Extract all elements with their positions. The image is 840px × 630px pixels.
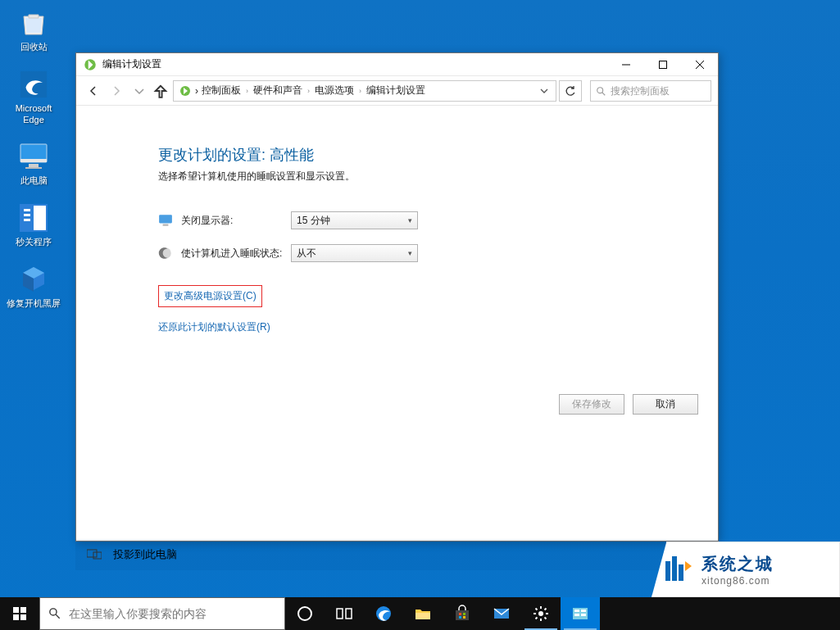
display-off-combo[interactable]: 15 分钟 ▾ [291, 211, 418, 229]
display-off-row: 关闭显示器: 15 分钟 ▾ [158, 211, 718, 229]
svg-rect-41 [581, 610, 586, 612]
power-options-icon [83, 57, 98, 72]
moon-icon [158, 246, 173, 261]
svg-rect-7 [24, 209, 30, 211]
control-panel-taskbar-icon[interactable] [561, 597, 600, 630]
taskbar-items [285, 597, 600, 630]
setting-label: 关闭显示器: [181, 214, 291, 228]
refresh-button[interactable] [559, 80, 582, 102]
window-controls [607, 53, 718, 76]
chevron-right-icon: › [356, 87, 365, 95]
close-button[interactable] [681, 53, 718, 76]
svg-rect-17 [87, 550, 97, 557]
settings-projection-row[interactable]: 投影到此电脑 [75, 539, 719, 570]
cortana-button[interactable] [285, 597, 325, 630]
chevron-down-icon[interactable] [538, 87, 551, 95]
this-pc-icon[interactable]: 此电脑 [5, 140, 62, 187]
combo-value: 15 分钟 [297, 214, 408, 228]
store-taskbar-icon[interactable] [443, 597, 482, 630]
svg-rect-34 [463, 613, 465, 615]
breadcrumb: 控制面板› 硬件和声音› 电源选项› 编辑计划设置 [202, 84, 425, 97]
svg-rect-31 [415, 613, 430, 619]
chevron-right-icon: › [304, 87, 313, 95]
save-button[interactable]: 保存修改 [559, 394, 624, 415]
svg-rect-29 [346, 609, 352, 619]
svg-rect-11 [659, 61, 666, 68]
svg-rect-21 [679, 564, 683, 581]
svg-rect-9 [24, 219, 30, 221]
svg-rect-18 [93, 552, 102, 559]
svg-rect-19 [665, 561, 670, 581]
page-heading: 更改计划的设置: 高性能 [158, 145, 718, 165]
taskbar-search[interactable] [39, 597, 285, 630]
search-input[interactable] [611, 85, 706, 97]
edge-icon[interactable]: Microsoft Edge [5, 68, 62, 126]
start-button[interactable] [0, 597, 39, 630]
svg-rect-6 [20, 205, 34, 231]
svg-rect-22 [13, 607, 19, 613]
minimize-button[interactable] [607, 53, 644, 76]
svg-rect-32 [456, 610, 469, 620]
address-bar[interactable]: › 控制面板› 硬件和声音› 电源选项› 编辑计划设置 [173, 80, 556, 102]
desktop-icon-label: 此电脑 [20, 175, 48, 187]
svg-rect-20 [672, 556, 677, 581]
breadcrumb-item[interactable]: 硬件和声音 [253, 84, 302, 97]
desktop-icon-label: 秒关程序 [16, 237, 52, 248]
settings-taskbar-icon[interactable] [521, 597, 561, 630]
svg-rect-3 [29, 164, 39, 167]
fix-boot-icon[interactable]: 修复开机黑屏 [5, 263, 62, 310]
breadcrumb-item[interactable]: 电源选项 [315, 84, 354, 97]
nav-up-button[interactable] [152, 80, 170, 102]
explorer-taskbar-icon[interactable] [403, 597, 443, 630]
nav-recent-dropdown[interactable] [129, 80, 150, 102]
setting-label: 使计算机进入睡眠状态: [181, 247, 291, 261]
watermark-badge: 系统之城 xitong86.com [652, 542, 840, 597]
sleep-row: 使计算机进入睡眠状态: 从不 ▾ [158, 244, 718, 262]
svg-rect-25 [20, 614, 26, 620]
watermark-title: 系统之城 [702, 553, 774, 575]
cancel-button[interactable]: 取消 [633, 394, 698, 415]
breadcrumb-item[interactable]: 控制面板 [202, 84, 241, 97]
watermark-logo-icon [661, 553, 693, 586]
svg-rect-4 [25, 167, 42, 169]
chevron-down-icon: ▾ [408, 216, 412, 224]
nav-forward-button[interactable] [106, 80, 127, 102]
edge-taskbar-icon[interactable] [364, 597, 403, 630]
sec-close-icon[interactable]: 秒关程序 [5, 202, 62, 248]
svg-point-38 [538, 611, 543, 616]
sleep-combo[interactable]: 从不 ▾ [291, 244, 418, 262]
svg-rect-42 [574, 614, 579, 616]
footer-buttons: 保存修改 取消 [559, 394, 698, 415]
task-view-button[interactable] [325, 597, 364, 630]
titlebar[interactable]: 编辑计划设置 [76, 53, 718, 76]
links-area: 更改高级电源设置(C) 还原此计划的默认设置(R) [158, 285, 718, 334]
desktop: 回收站 Microsoft Edge 此电脑 秒关程序 修复开机黑屏 [0, 0, 840, 630]
search-box[interactable] [590, 80, 711, 102]
svg-rect-35 [459, 616, 461, 619]
cube-glyph-icon [17, 263, 50, 296]
nav-back-button[interactable] [83, 80, 104, 102]
svg-rect-2 [20, 159, 47, 162]
page-subheading: 选择希望计算机使用的睡眠设置和显示设置。 [158, 170, 718, 184]
restore-defaults-link[interactable]: 还原此计划的默认设置(R) [158, 320, 718, 334]
advanced-power-settings-link[interactable]: 更改高级电源设置(C) [158, 285, 262, 307]
recycle-bin-glyph-icon [17, 7, 50, 39]
taskbar [0, 597, 840, 630]
taskbar-search-input[interactable] [69, 607, 276, 620]
breadcrumb-item[interactable]: 编辑计划设置 [366, 84, 425, 97]
desktop-icon-label: 修复开机黑屏 [7, 298, 61, 310]
chevron-right-icon: › [195, 85, 198, 97]
content-area: 更改计划的设置: 高性能 选择希望计算机使用的睡眠设置和显示设置。 关闭显示器:… [76, 106, 718, 541]
mail-taskbar-icon[interactable] [482, 597, 521, 630]
maximize-button[interactable] [644, 53, 681, 76]
search-icon [596, 85, 606, 97]
svg-rect-36 [463, 616, 465, 619]
desktop-icon-label: 回收站 [20, 42, 48, 53]
desktop-icons-container: 回收站 Microsoft Edge 此电脑 秒关程序 修复开机黑屏 [5, 7, 62, 310]
svg-rect-33 [459, 613, 461, 615]
recycle-bin-icon[interactable]: 回收站 [5, 7, 62, 53]
monitor-icon [158, 213, 173, 228]
settings-projection-label: 投影到此电脑 [113, 547, 177, 562]
power-options-icon [179, 84, 192, 97]
project-icon [87, 549, 102, 560]
